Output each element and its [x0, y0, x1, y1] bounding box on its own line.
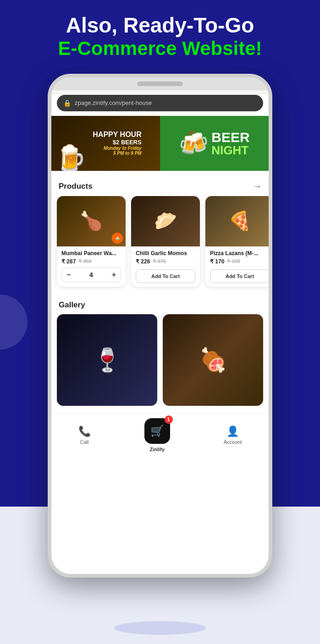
- nav-cart[interactable]: 🛒 1 Zinlify: [144, 418, 170, 452]
- phone-frame: 🔒 zpage.zintify.com/pent-house 🍺 HAPPY H…: [48, 74, 272, 578]
- banner-row: 🍺 HAPPY HOUR $2 BEERS Monday to Friday 5…: [51, 116, 269, 171]
- gallery-row: 🍷 🍖: [51, 314, 269, 413]
- qty-control-1[interactable]: − 4 +: [61, 267, 121, 282]
- add-to-cart-3[interactable]: Add To Cart: [210, 269, 269, 283]
- product-name-2: Chilli Garlic Momos: [136, 250, 195, 257]
- happy-hour-days: Monday to Friday: [93, 146, 141, 151]
- product-name-1: Mumbai Paneer Wa...: [61, 250, 121, 257]
- product-name-3: Pizza Lazans (M-...: [210, 250, 269, 257]
- account-icon: 👤: [226, 426, 239, 437]
- happy-hour-time: 5 PM to 9 PM: [93, 151, 141, 156]
- bottom-ellipse: [114, 621, 206, 635]
- product-image-3: 🍕: [205, 196, 269, 246]
- product-price-2: ₹ 226: [136, 258, 150, 265]
- beer-night-subtitle: NIGHT: [211, 144, 249, 156]
- phone-mockup: 🔒 zpage.zintify.com/pent-house 🍺 HAPPY H…: [0, 74, 320, 578]
- phone-notch-bar: [51, 77, 269, 90]
- add-to-cart-2[interactable]: Add To Cart: [136, 269, 195, 283]
- gallery-header: Gallery: [51, 294, 269, 314]
- products-title: Products: [59, 182, 93, 191]
- url-text: zpage.zintify.com/pent-house: [75, 99, 152, 106]
- bottom-nav: 📞 Call 🛒 1 Zinlify 👤 Account: [51, 413, 269, 458]
- phone-content: 🔒 zpage.zintify.com/pent-house 🍺 HAPPY H…: [51, 95, 269, 578]
- gallery-title: Gallery: [59, 300, 85, 310]
- gallery-image-bar[interactable]: 🍷: [57, 314, 157, 406]
- product-original-price-1: ₹ 366: [78, 258, 91, 264]
- product-original-price-3: ₹ 199: [227, 258, 240, 264]
- hero-section: Also, Ready-To-Go E-Commerce Website!: [0, 0, 320, 69]
- happy-hour-title: HAPPY HOUR: [93, 131, 141, 139]
- phone-notch-pill: [137, 82, 183, 86]
- product-card-3[interactable]: 🍕 Pizza Lazans (M-... ₹ 170 ₹ 199 Add To…: [205, 196, 269, 287]
- phone-icon: 📞: [78, 426, 91, 437]
- product-price-row-1: ₹ 267 ₹ 366: [61, 258, 121, 265]
- product-info-1: Mumbai Paneer Wa... ₹ 267 ₹ 366 − 4 +: [57, 246, 126, 286]
- product-image-2: 🥟: [131, 196, 200, 246]
- beer-glass-icon: 🍺: [55, 146, 87, 171]
- product-price-row-2: ₹ 226 ₹ 375: [136, 258, 195, 265]
- happy-hour-price: $2 BEERS: [93, 139, 141, 146]
- products-scroll: 🍗 🏠 Mumbai Paneer Wa... ₹ 267 ₹ 366 − 4 …: [51, 196, 269, 294]
- product-price-1: ₹ 267: [61, 258, 76, 265]
- product-card-2[interactable]: 🥟 Chilli Garlic Momos ₹ 226 ₹ 375 Add To…: [131, 196, 200, 287]
- product-price-row-3: ₹ 170 ₹ 199: [210, 258, 269, 265]
- product-card-1[interactable]: 🍗 🏠 Mumbai Paneer Wa... ₹ 267 ₹ 366 − 4 …: [57, 196, 126, 287]
- beer-night-banner[interactable]: 🍻 BEER NIGHT: [160, 116, 269, 171]
- hero-line2: E-Commerce Website!: [9, 37, 311, 60]
- nav-call[interactable]: 📞 Call: [78, 426, 91, 445]
- product-badge-1: 🏠: [112, 233, 123, 244]
- gallery-image-food[interactable]: 🍖: [163, 314, 263, 406]
- happy-hour-banner[interactable]: 🍺 HAPPY HOUR $2 BEERS Monday to Friday 5…: [51, 116, 160, 171]
- beer-night-text: BEER NIGHT: [211, 131, 249, 156]
- cart-badge: 1: [165, 415, 173, 424]
- product-info-3: Pizza Lazans (M-... ₹ 170 ₹ 199 Add To C…: [205, 246, 269, 287]
- url-bar[interactable]: 🔒 zpage.zintify.com/pent-house: [57, 95, 263, 111]
- products-arrow[interactable]: →: [253, 182, 261, 191]
- cart-fab[interactable]: 🛒 1: [144, 418, 170, 444]
- call-label: Call: [80, 439, 89, 445]
- account-label: Account: [224, 439, 242, 445]
- hero-line1: Also, Ready-To-Go: [9, 14, 311, 37]
- product-info-2: Chilli Garlic Momos ₹ 226 ₹ 375 Add To C…: [131, 246, 200, 287]
- products-header: Products →: [51, 175, 269, 196]
- beer-night-title: BEER: [211, 131, 249, 144]
- product-price-3: ₹ 170: [210, 258, 224, 265]
- qty-increase-1[interactable]: +: [112, 271, 116, 279]
- lock-icon: 🔒: [63, 99, 71, 107]
- nav-account[interactable]: 👤 Account: [224, 426, 242, 445]
- product-image-1: 🍗 🏠: [57, 196, 126, 246]
- beer-mug-icon: 🍻: [179, 129, 209, 157]
- cart-icon: 🛒: [150, 425, 164, 437]
- qty-value-1: 4: [89, 271, 93, 278]
- qty-decrease-1[interactable]: −: [66, 271, 71, 279]
- brand-label: Zinlify: [149, 447, 164, 452]
- product-original-price-2: ₹ 375: [153, 258, 166, 264]
